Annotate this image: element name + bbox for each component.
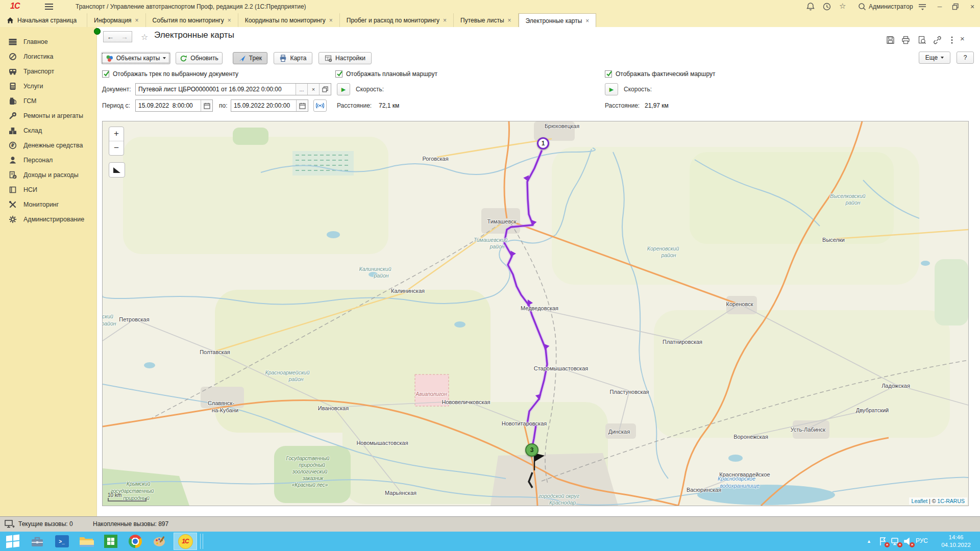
menu-icon[interactable] [918,2,927,11]
map-objects-button[interactable]: Объекты карты [101,52,170,64]
search-icon[interactable] [857,2,867,11]
sidebar-item[interactable]: Персонал [0,153,96,167]
taskbar-clock[interactable]: 14:46 04.10.2022 [935,534,977,549]
taskbar-time: 14:46 [935,534,977,541]
show-plan-route-checkbox[interactable]: Отображать плановый маршрут [335,70,437,78]
sidebar-item-icon [9,67,17,76]
document-select-button[interactable]: ... [296,84,307,95]
save-icon[interactable] [886,36,895,44]
forward-button[interactable]: → [117,31,132,42]
more-dots-icon[interactable] [950,36,953,44]
map-print-button[interactable]: Карта [274,52,312,64]
map-marker[interactable]: 1 [537,137,549,149]
preview-icon[interactable] [918,36,926,44]
sidebar-item[interactable]: Транспорт [0,64,96,79]
zoom-in-button[interactable]: + [109,127,124,141]
sidebar-item[interactable]: Доходы и расходы [0,167,96,182]
document-clear-button[interactable]: × [307,84,319,95]
flag-error-icon[interactable]: × [878,536,888,546]
sidebar-item[interactable]: Денежные средства [0,138,96,153]
tab[interactable]: Координаты по мониторингу × [238,13,340,27]
tab-close-icon[interactable]: × [135,17,139,23]
tab[interactable]: Путевые листы × [454,13,519,27]
fact-play-button[interactable]: ▶ [605,83,618,95]
restore-icon[interactable] [952,3,959,10]
sidebar-item-icon [9,38,17,46]
checkbox-checked-icon[interactable] [102,70,109,78]
history-icon[interactable] [822,2,831,11]
sidebar-item[interactable]: Ремонты и агрегаты [0,108,96,123]
tab-close-icon[interactable]: × [508,17,511,23]
bell-icon[interactable] [806,2,815,11]
taskbar-date: 04.10.2022 [935,541,977,549]
leaflet-link[interactable]: Leaflet [912,498,928,504]
main-menu-icon[interactable] [45,4,53,10]
slider-handle[interactable] [94,28,101,35]
tab-close-icon[interactable]: × [443,17,447,23]
powershell-icon[interactable]: >_ [51,534,72,549]
tab-close-icon[interactable]: × [585,18,589,24]
checkbox-checked-icon[interactable] [605,70,612,78]
document-input[interactable] [136,84,296,95]
sidebar-item[interactable]: НСИ [0,182,96,197]
show-fact-route-checkbox[interactable]: Отображать фактический маршрут [605,70,715,78]
track-button[interactable]: Трек [233,52,267,64]
document-open-icon[interactable] [319,84,331,95]
help-button[interactable]: ? [957,52,974,64]
sidebar-item[interactable]: Логистика [0,49,96,64]
1c-app-icon[interactable]: 1С [174,533,197,550]
language-indicator[interactable]: РУС [916,537,928,544]
checkbox-checked-icon[interactable] [335,70,342,78]
refresh-button[interactable]: Обновить [176,52,223,64]
tab[interactable]: Информация × [87,13,146,27]
sidebar-item[interactable]: ГСМ [0,93,96,108]
show-track-checkbox[interactable]: Отображать трек по выбранному документу [102,70,238,78]
toolbox-icon[interactable] [27,534,48,549]
link-icon[interactable] [933,36,942,44]
plan-play-button[interactable]: ▶ [337,83,350,95]
signal-icon[interactable] [313,99,327,112]
sidebar-item[interactable]: Мониторинг [0,197,96,212]
chrome-icon[interactable] [125,534,146,549]
map-marker[interactable]: 3 [525,443,538,457]
tab[interactable]: Начальная страница [0,13,87,27]
current-user[interactable]: Администратор [869,3,913,10]
minimize-icon[interactable]: ─ [934,3,945,11]
sidebar-item[interactable]: Услуги [0,79,96,93]
calendar-icon[interactable] [296,100,308,111]
vendor-link[interactable]: 1C-RARUS [937,498,965,504]
favorite-star-icon[interactable]: ☆ [141,32,148,42]
favorites-star-icon[interactable]: ☆ [839,2,848,11]
sidebar-item[interactable]: Администрирование [0,212,96,227]
network-error-icon[interactable]: × [891,536,901,546]
start-button[interactable] [2,534,23,549]
tab[interactable]: Электронные карты × [519,13,597,28]
close-form-icon[interactable]: × [960,34,969,43]
paint-icon[interactable] [149,534,170,549]
settings-button[interactable]: Настройки [318,52,372,64]
tab-close-icon[interactable]: × [329,17,333,23]
sidebar-item-icon [9,112,17,120]
document-label: Документ: [102,86,131,93]
file-explorer-icon[interactable] [76,534,97,549]
tab[interactable]: Пробег и расход по мониторингу × [340,13,454,27]
calendar-icon[interactable] [201,100,212,111]
period-to-input[interactable] [231,100,296,111]
leaflet-map[interactable]: БрюховецкаяРоговскаяТимашевскВыселкиКоре… [102,121,969,506]
period-from-input[interactable] [136,100,201,111]
measure-icon [113,167,120,173]
zoom-out-button[interactable]: − [109,141,124,155]
print-icon[interactable] [901,36,910,44]
tab[interactable]: События по мониторингу × [146,13,238,27]
tray-expand-icon[interactable]: ▲ [867,532,871,551]
store-icon[interactable] [100,534,121,549]
measure-tool-button[interactable] [109,162,125,178]
sound-error-icon[interactable]: × [903,536,913,546]
close-window-icon[interactable]: × [967,3,978,11]
more-button[interactable]: Еще [919,52,950,64]
sidebar-item[interactable]: Склад [0,123,96,138]
refresh-label: Обновить [190,55,218,62]
back-button[interactable]: ← [103,31,118,42]
sidebar-item[interactable]: Главное [0,34,96,49]
tab-close-icon[interactable]: × [228,17,231,23]
